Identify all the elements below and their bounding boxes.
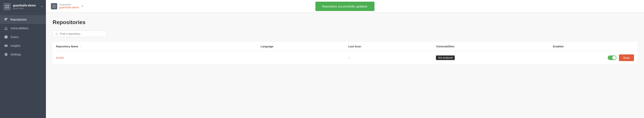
search-input[interactable] (60, 32, 104, 35)
svg-rect-0 (6, 5, 7, 6)
sidebar-item-scans[interactable]: Scans (0, 33, 46, 41)
sidebar-org-sub: guard rails (13, 7, 36, 9)
svg-rect-7 (54, 6, 56, 7)
col-header-language: Language (257, 42, 345, 51)
sort-arrow-icon: ↑ (80, 45, 81, 48)
repo-language-cell (257, 51, 345, 65)
topbar-chevron-icon: ▾ (82, 5, 83, 8)
sidebar: guardrails-demo guard rails ▾ Repositori… (0, 0, 46, 118)
svg-rect-1 (8, 5, 9, 6)
sidebar-item-insights-label: Insights (10, 44, 20, 47)
success-notification: Repository successfully updated. (315, 2, 374, 11)
search-icon (55, 32, 58, 35)
col-header-enabled: Enabled (550, 42, 637, 51)
enabled-toggle[interactable] (608, 56, 616, 60)
svg-rect-4 (52, 5, 54, 6)
sidebar-item-vulnerabilities-label: Vulnerabilities (10, 27, 28, 30)
col-header-name[interactable]: Repository Name ↑ (52, 42, 257, 51)
repo-link[interactable]: DVWA (56, 56, 64, 59)
search-bar[interactable] (52, 31, 107, 37)
repo-name-cell: DVWA (52, 51, 257, 65)
sidebar-nav: Repositories Vulnerabilities Scans Insig… (0, 13, 46, 60)
svg-rect-3 (8, 7, 9, 8)
col-header-last-scan: Last Scan (345, 42, 432, 51)
sidebar-org-header[interactable]: guardrails-demo guard rails ▾ (0, 0, 46, 13)
sidebar-chevron-icon: ▾ (41, 5, 42, 8)
topbar-org-name: guardrails-demo (59, 6, 79, 9)
sidebar-item-settings-label: Settings (10, 53, 21, 56)
topbar-org-label: Organization (59, 3, 79, 6)
svg-rect-5 (54, 5, 56, 6)
topbar-org-text: Organization guardrails-demo (59, 3, 79, 9)
topbar: Organization guardrails-demo ▾ Repositor… (46, 0, 644, 12)
repo-vulnerabilities-cell: Not analyzed (432, 51, 550, 65)
page-title: Repositories (52, 19, 637, 26)
toggle-knob (612, 56, 616, 60)
col-header-vulnerabilities: Vulnerabilities (432, 42, 550, 51)
sidebar-item-scans-label: Scans (10, 35, 18, 39)
table-row: DVWA -- Not analyzed Scan (52, 51, 637, 65)
content-area: Repositories Repository Name ↑ Language … (46, 12, 644, 118)
topbar-org-selector[interactable]: Organization guardrails-demo ▾ (51, 3, 83, 9)
topbar-org-logo (51, 3, 57, 9)
repo-last-scan-cell: -- (345, 51, 432, 65)
repo-enabled-cell: Scan (550, 51, 637, 65)
sidebar-org-name: guardrails-demo (13, 4, 36, 7)
not-analyzed-badge: Not analyzed (436, 56, 455, 60)
sidebar-item-settings[interactable]: Settings (0, 50, 46, 59)
sidebar-item-vulnerabilities[interactable]: Vulnerabilities (0, 24, 46, 33)
sidebar-item-insights[interactable]: Insights (0, 41, 46, 50)
sidebar-item-repositories[interactable]: Repositories (0, 15, 46, 24)
sidebar-logo (3, 3, 11, 10)
enabled-controls: Scan (553, 55, 634, 61)
table-body: DVWA -- Not analyzed Scan (52, 51, 637, 65)
repositories-table: Repository Name ↑ Language Last Scan Vul… (52, 42, 637, 65)
svg-rect-6 (52, 6, 54, 7)
scan-button[interactable]: Scan (619, 55, 634, 61)
sidebar-item-repositories-label: Repositories (10, 18, 27, 21)
main-area: Organization guardrails-demo ▾ Repositor… (46, 0, 644, 118)
table-header: Repository Name ↑ Language Last Scan Vul… (52, 42, 637, 51)
svg-rect-2 (6, 7, 7, 8)
